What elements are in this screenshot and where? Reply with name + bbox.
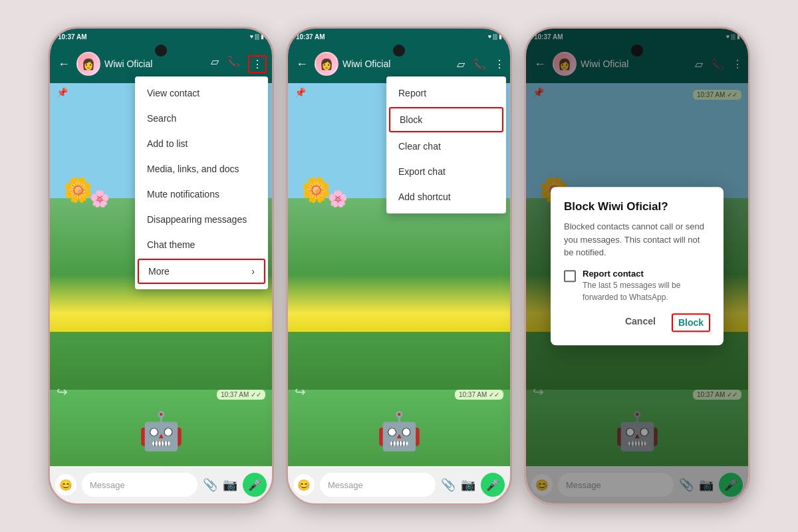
menu-search[interactable]: Search [135,106,268,131]
back-button-1[interactable]: ← [55,55,72,74]
pin-icon-2: 📌 [295,87,306,98]
avatar-2[interactable]: 👩 [315,52,338,76]
emoji-button-1[interactable]: 😊 [55,474,76,495]
signal-icon: ||| [255,33,259,40]
phone-2-wrapper: 10:37 AM ♥ ||| ▮ ← 👩 Wiwi Oficial ▱ 📞 ⋮ … [286,27,512,505]
phone-1: 10:37 AM ♥ ||| ▮ ← 👩 Wiwi Oficial ▱ 📞 ⋮ … [48,27,274,505]
cancel-button[interactable]: Cancel [620,313,661,332]
signal-icon-2: ||| [493,33,497,40]
more-options-icon-1[interactable]: ⋮ [248,55,267,73]
block-confirm-button[interactable]: Block [672,313,710,332]
menu-view-contact[interactable]: View contact [135,80,268,106]
status-icons-1: ♥ ||| ▮ [250,33,264,40]
battery-icon-2: ▮ [499,33,502,40]
submenu-export-chat[interactable]: Export chat [386,159,506,184]
phone-3: 10:37 AM ♥ ||| ▮ ← 👩 Wiwi Oficial ▱ 📞 ⋮ … [524,27,750,505]
flower-2b: 🌸 [328,190,348,208]
more-options-icon-2[interactable]: ⋮ [494,58,505,70]
status-bar-2: 10:37 AM ♥ ||| ▮ [288,29,510,45]
phone-icon-2[interactable]: 📞 [473,58,486,70]
report-label: Report contact [583,269,710,279]
report-row: Report contact The last 5 messages will … [564,269,710,303]
menu-media-links[interactable]: Media, links, and docs [135,156,268,182]
heart-icon: ♥ [250,33,253,40]
message-input-2[interactable]: Message [320,473,436,497]
forward-icon-2: ↪ [295,384,306,400]
submenu-add-shortcut[interactable]: Add shortcut [386,184,506,209]
header-icons-2: ▱ 📞 ⋮ [457,58,505,70]
status-icons-2: ♥ ||| ▮ [488,33,502,40]
mic-button-2[interactable]: 🎤 [481,473,505,497]
flower-2: 🌸 [90,190,110,208]
chevron-right-icon: › [251,266,255,277]
submenu-report[interactable]: Report [386,80,506,106]
mic-button-1[interactable]: 🎤 [243,473,267,497]
menu-more[interactable]: More › [138,259,265,284]
dropdown-menu-1: View contact Search Add to list Media, l… [135,76,268,289]
dialog-title: Block Wiwi Oficial? [564,200,710,213]
submenu-block[interactable]: Block [389,107,503,132]
camera-button-2[interactable]: 📷 [461,477,475,492]
status-bar-1: 10:37 AM ♥ ||| ▮ [50,29,272,45]
emoji-button-2[interactable]: 😊 [293,474,315,495]
menu-chat-theme[interactable]: Chat theme [135,232,268,257]
camera-button-1[interactable]: 📷 [223,477,237,492]
report-text: Report contact The last 5 messages will … [583,269,710,303]
phone-icon-1[interactable]: 📞 [227,55,240,73]
phone-3-wrapper: 10:37 AM ♥ ||| ▮ ← 👩 Wiwi Oficial ▱ 📞 ⋮ … [524,27,750,505]
contact-name-1[interactable]: Wiwi Oficial [104,59,207,69]
back-button-2[interactable]: ← [293,55,311,74]
dialog-buttons: Cancel Block [564,313,710,332]
menu-mute-notifications[interactable]: Mute notifications [135,182,268,207]
battery-icon: ▮ [261,33,264,40]
avatar-1[interactable]: 👩 [76,52,100,76]
status-time-2: 10:37 AM [296,33,325,41]
report-checkbox[interactable] [564,270,576,282]
message-bar-2: 😊 Message 📎 📷 🎤 [288,466,510,503]
pin-icon-1: 📌 [57,87,68,98]
status-time-1: 10:37 AM [58,33,87,41]
block-dialog: Block Wiwi Oficial? Blocked contacts can… [551,187,724,345]
flower-1: 🌼 [63,176,93,204]
camera-notch-1 [155,45,167,57]
camera-notch-2 [393,45,405,57]
contact-name-2[interactable]: Wiwi Oficial [342,59,453,69]
sticker-1: 🤖 [138,410,184,453]
video-call-icon-2[interactable]: ▱ [457,58,465,70]
phone-2: 10:37 AM ♥ ||| ▮ ← 👩 Wiwi Oficial ▱ 📞 ⋮ … [286,27,512,505]
phone-1-wrapper: 10:37 AM ♥ ||| ▮ ← 👩 Wiwi Oficial ▱ 📞 ⋮ … [48,27,274,505]
menu-add-to-list[interactable]: Add to list [135,131,268,156]
header-icons-1: ▱ 📞 ⋮ [211,55,267,73]
submenu-clear-chat[interactable]: Clear chat [386,134,506,159]
flower-2a: 🌼 [301,176,331,204]
forward-icon-1: ↪ [57,384,68,400]
attach-button-2[interactable]: 📎 [441,477,456,492]
dialog-body: Blocked contacts cannot call or send you… [564,220,710,259]
report-sub: The last 5 messages will be forwarded to… [583,281,680,302]
heart-icon-2: ♥ [488,33,491,40]
message-bar-1: 😊 Message 📎 📷 🎤 [50,466,272,503]
submenu-2: Report Block Clear chat Export chat Add … [386,76,506,213]
message-input-1[interactable]: Message [82,473,198,497]
attach-button-1[interactable]: 📎 [203,477,217,492]
sticker-2: 🤖 [376,410,422,453]
menu-disappearing-messages[interactable]: Disappearing messages [135,207,268,232]
timestamp-1: 10:37 AM ✓✓ [217,390,265,400]
video-call-icon-1[interactable]: ▱ [211,55,219,73]
timestamp-2: 10:37 AM ✓✓ [455,390,503,400]
